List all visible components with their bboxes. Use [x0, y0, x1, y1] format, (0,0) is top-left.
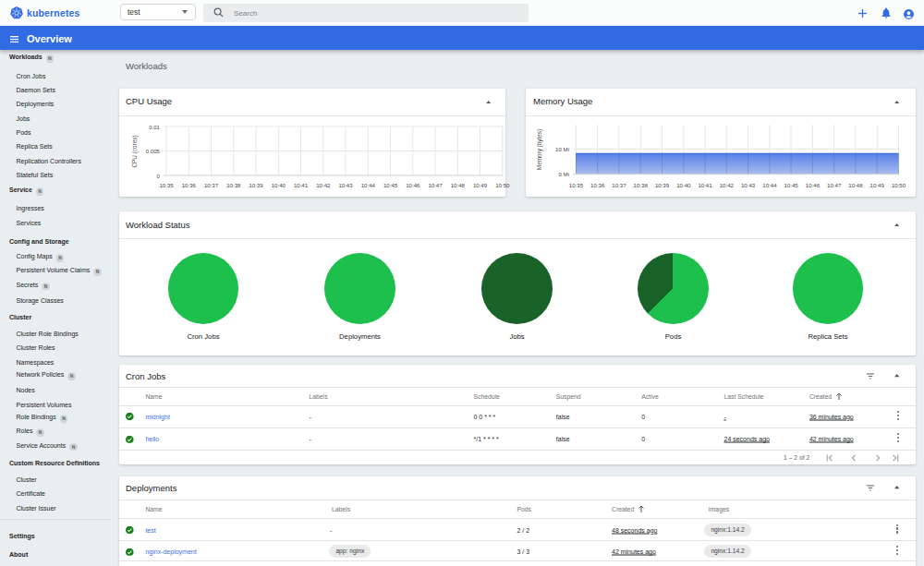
svg-text:10:50: 10:50: [495, 182, 510, 188]
svg-text:10:37: 10:37: [203, 182, 218, 188]
svg-text:10:35: 10:35: [568, 182, 583, 188]
svg-text:10:47: 10:47: [428, 182, 443, 188]
svg-text:10:35: 10:35: [159, 182, 174, 188]
svg-text:10:36: 10:36: [181, 182, 196, 188]
svg-text:0 Mi: 0 Mi: [558, 171, 569, 177]
svg-text:10:40: 10:40: [676, 182, 691, 188]
svg-text:Memory (bytes): Memory (bytes): [536, 129, 543, 170]
svg-text:10:41: 10:41: [698, 182, 712, 188]
svg-text:0: 0: [156, 173, 160, 179]
svg-text:10:46: 10:46: [406, 182, 420, 188]
svg-text:10:43: 10:43: [740, 182, 755, 188]
svg-text:10:44: 10:44: [360, 182, 375, 188]
svg-text:10:46: 10:46: [805, 182, 820, 188]
svg-text:10:39: 10:39: [654, 182, 669, 188]
svg-text:10:37: 10:37: [612, 182, 626, 188]
svg-text:10:48: 10:48: [450, 182, 465, 188]
svg-text:10:44: 10:44: [762, 182, 777, 188]
svg-text:CPU (cores): CPU (cores): [131, 135, 139, 167]
svg-text:10:36: 10:36: [590, 182, 605, 188]
svg-text:10:42: 10:42: [719, 182, 734, 188]
svg-text:10:42: 10:42: [316, 182, 331, 188]
svg-text:10:45: 10:45: [383, 182, 397, 188]
svg-text:0.01: 0.01: [149, 124, 160, 130]
svg-text:10:38: 10:38: [633, 182, 648, 188]
svg-text:10:38: 10:38: [226, 182, 241, 188]
svg-text:10:40: 10:40: [271, 182, 286, 188]
svg-text:10:47: 10:47: [827, 182, 842, 188]
svg-text:10:48: 10:48: [848, 182, 863, 188]
svg-text:10:50: 10:50: [891, 182, 906, 188]
svg-text:10:41: 10:41: [293, 182, 308, 188]
svg-text:10:43: 10:43: [338, 182, 353, 188]
svg-text:10:39: 10:39: [249, 182, 263, 188]
svg-text:10 Mi: 10 Mi: [555, 146, 569, 152]
svg-text:10:45: 10:45: [784, 182, 798, 188]
svg-text:10:49: 10:49: [869, 182, 884, 188]
svg-text:10:49: 10:49: [472, 182, 487, 188]
svg-text:0.005: 0.005: [145, 148, 160, 154]
